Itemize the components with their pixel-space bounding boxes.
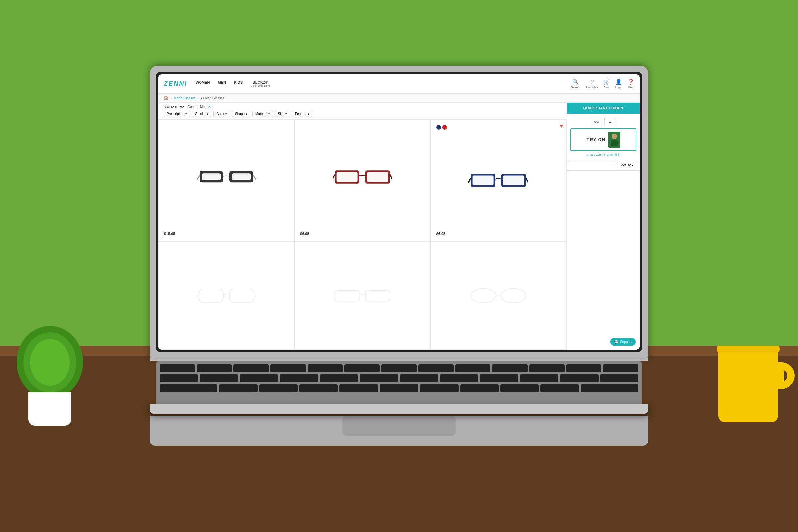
key[interactable] — [270, 364, 306, 373]
breadcrumb-mens[interactable]: Men's Glasses — [174, 96, 195, 100]
key[interactable] — [259, 384, 298, 392]
help-button[interactable]: ❓ Help — [628, 79, 634, 89]
key[interactable] — [280, 374, 318, 382]
list-view-button[interactable]: ≡ — [605, 117, 616, 126]
key[interactable] — [380, 384, 418, 392]
key[interactable] — [320, 374, 358, 382]
key[interactable] — [420, 384, 458, 392]
view-icons: 👓 ≡ — [570, 117, 636, 126]
svg-line-15 — [390, 174, 392, 179]
svg-point-35 — [612, 134, 616, 138]
nav-women[interactable]: WOMEN — [195, 79, 210, 89]
filter-material[interactable]: Material — [252, 111, 273, 117]
key[interactable] — [418, 364, 454, 373]
key[interactable] — [603, 364, 639, 373]
key[interactable] — [581, 384, 639, 392]
key[interactable] — [540, 384, 579, 392]
try-on-button[interactable]: TRY ON — [570, 128, 636, 151]
key[interactable] — [492, 364, 527, 373]
chevron-down-icon: ▾ — [632, 163, 633, 167]
filter-size[interactable]: Size — [275, 111, 290, 117]
product-card-2[interactable]: $6.95 — [294, 119, 430, 241]
grid-view-button[interactable]: 👓 — [590, 117, 603, 126]
key[interactable] — [159, 374, 198, 382]
laptop-screen-border: ZENNI WOMEN MEN KIDS BLOKZ® Block Blue L… — [156, 72, 642, 353]
svg-rect-21 — [504, 176, 524, 185]
home-icon[interactable]: 🏠 — [164, 96, 169, 100]
svg-rect-25 — [229, 289, 254, 302]
color-red[interactable] — [442, 125, 447, 130]
active-filter: Gender: Men ✕ — [187, 105, 211, 109]
key[interactable] — [159, 364, 195, 373]
svg-rect-29 — [365, 290, 390, 301]
product-card-5[interactable] — [294, 241, 430, 350]
sort-by-button[interactable]: Sort By ▾ — [617, 162, 636, 168]
try-on-avatar — [608, 132, 621, 148]
try-on-label: TRY ON — [586, 137, 606, 142]
key[interactable] — [219, 384, 258, 392]
key[interactable] — [159, 384, 217, 392]
svg-rect-13 — [367, 173, 388, 182]
filter-feature[interactable]: Feature — [292, 111, 312, 117]
key[interactable] — [307, 364, 343, 373]
key[interactable] — [240, 374, 278, 382]
filter-color[interactable]: Color — [213, 111, 230, 117]
keyboard-row-3 — [159, 384, 639, 392]
key[interactable] — [500, 384, 539, 392]
key[interactable] — [455, 364, 491, 373]
key[interactable] — [299, 384, 338, 392]
filter-shape[interactable]: Shape — [232, 111, 250, 117]
key[interactable] — [340, 384, 378, 392]
frame-fit-link[interactable]: or use Zenni Frame Fit ® — [570, 153, 636, 156]
key[interactable] — [400, 374, 438, 382]
key[interactable] — [360, 374, 398, 382]
key[interactable] — [440, 374, 478, 382]
svg-line-26 — [196, 293, 199, 298]
remove-filter-button[interactable]: ✕ — [208, 105, 211, 109]
key[interactable] — [480, 374, 518, 382]
search-button[interactable]: 🔍 Search — [571, 79, 580, 89]
wishlist-button-3[interactable]: ♥ — [560, 123, 563, 129]
filter-prescription[interactable]: Prescription — [164, 111, 190, 117]
breadcrumb-current: All Men Glasses — [201, 96, 225, 100]
favorites-button[interactable]: ♡ Favorites — [586, 79, 598, 89]
svg-rect-10 — [337, 173, 357, 182]
try-on-section: 👓 ≡ TRY ON — [567, 114, 640, 160]
key[interactable] — [520, 374, 558, 382]
key[interactable] — [344, 364, 380, 373]
keyboard-row-2 — [159, 374, 639, 382]
key[interactable] — [196, 364, 232, 373]
key[interactable] — [529, 364, 565, 373]
product-card-6[interactable] — [431, 241, 567, 350]
nav-blokz[interactable]: BLOKZ® Block Blue Light — [250, 79, 270, 89]
keyboard-rows — [159, 364, 639, 392]
product-card-3[interactable]: ♥ — [431, 119, 567, 241]
key[interactable] — [600, 374, 639, 382]
nav-men[interactable]: MEN — [217, 79, 226, 89]
key[interactable] — [460, 384, 499, 392]
main-panel: 887 results: Gender: Men ✕ Prescription … — [158, 103, 567, 350]
product-card-4[interactable] — [158, 241, 294, 350]
filter-gender[interactable]: Gender — [192, 111, 211, 117]
product-card-1[interactable]: $15.95 — [158, 119, 294, 241]
key[interactable] — [381, 364, 417, 373]
support-button[interactable]: 💬 Support — [610, 338, 636, 346]
svg-line-22 — [469, 178, 471, 183]
quick-start-guide-button[interactable]: QUICK START GUIDE ▾ — [567, 103, 640, 114]
product-price-2: $6.95 — [300, 232, 424, 236]
color-navy[interactable] — [436, 125, 441, 130]
login-button[interactable]: 👤 Login — [615, 79, 623, 89]
breadcrumb: 🏠 › Men's Glasses › All Men Glasses — [158, 94, 640, 103]
trackpad[interactable] — [342, 416, 456, 436]
right-sidebar: QUICK START GUIDE ▾ 👓 ≡ — [567, 103, 640, 350]
svg-line-6 — [196, 175, 200, 180]
cart-button[interactable]: 🛒 Cart — [603, 79, 610, 89]
laptop-keyboard — [156, 361, 642, 404]
key[interactable] — [566, 364, 602, 373]
key[interactable] — [233, 364, 269, 373]
nav-kids[interactable]: KIDS — [233, 79, 243, 89]
content-area: 887 results: Gender: Men ✕ Prescription … — [158, 103, 640, 350]
glasses-illustration-4 — [196, 281, 256, 310]
key[interactable] — [560, 374, 598, 382]
key[interactable] — [200, 374, 238, 382]
